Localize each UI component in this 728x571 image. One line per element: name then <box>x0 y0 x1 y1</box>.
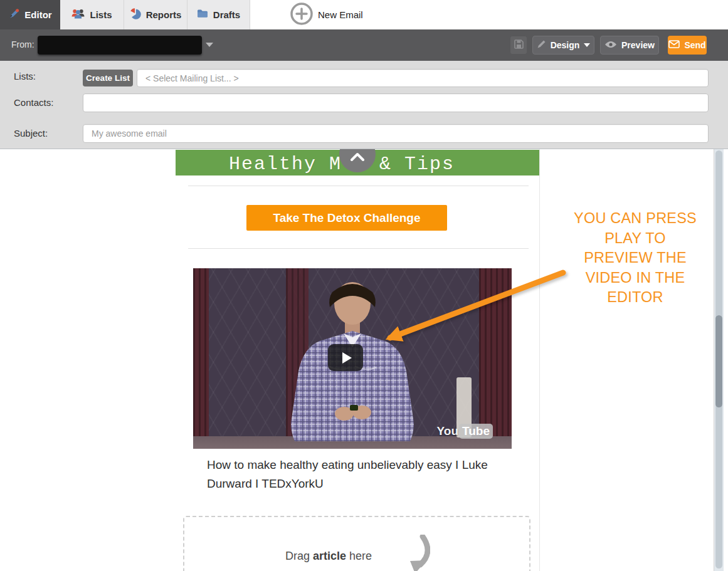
preview-button[interactable]: Preview <box>600 36 659 55</box>
tab-drafts-label: Drafts <box>213 9 240 20</box>
article-drop-zone[interactable]: Drag article here <box>183 516 530 571</box>
chevron-down-icon[interactable] <box>206 43 213 47</box>
envelope-icon <box>668 40 680 50</box>
pen-tool-icon <box>537 39 546 51</box>
new-email-button[interactable]: New Email <box>290 2 363 28</box>
tab-reports-label: Reports <box>146 9 182 20</box>
compose-form: Lists: Create List Contacts: Subject: <box>0 61 728 149</box>
tab-editor[interactable]: Editor <box>0 0 60 29</box>
save-button[interactable] <box>510 36 527 54</box>
scrollbar-track[interactable] <box>714 149 724 571</box>
youtube-logo: You Tube <box>437 424 493 439</box>
new-email-label: New Email <box>318 9 363 20</box>
stage-curtain <box>193 268 209 449</box>
youtube-logo-tube: Tube <box>459 424 493 439</box>
from-address-selector[interactable] <box>38 36 202 55</box>
divider <box>188 248 529 249</box>
drop-text-bold: article <box>313 550 346 562</box>
tab-lists-label: Lists <box>90 9 112 20</box>
folder-icon <box>197 9 208 21</box>
subject-label: Subject: <box>14 128 48 139</box>
app-window: Editor Lists Reports <box>0 0 728 571</box>
detox-challenge-button[interactable]: Take The Detox Challenge <box>246 205 447 231</box>
pie-chart-icon <box>130 8 141 22</box>
create-list-button[interactable]: Create List <box>83 70 133 86</box>
email-header-text-right: & Tips <box>379 154 455 175</box>
tab-editor-label: Editor <box>24 9 51 20</box>
people-icon <box>71 8 85 21</box>
mailing-list-input[interactable] <box>137 69 709 87</box>
email-header-text-left: Healthy M <box>229 154 342 175</box>
annotation-line: YOU CAN PRESS <box>560 209 710 229</box>
youtube-video-thumbnail[interactable]: You Tube <box>193 268 512 449</box>
preview-label: Preview <box>621 40 655 50</box>
play-icon <box>342 352 352 364</box>
chevron-down-icon <box>584 43 590 47</box>
floppy-disk-icon <box>514 39 524 51</box>
chevron-up-icon <box>350 152 365 161</box>
lists-label: Lists: <box>14 71 36 81</box>
design-label: Design <box>551 40 580 50</box>
annotation-line: VIDEO IN THE <box>560 268 710 288</box>
send-label: Send <box>684 40 705 50</box>
design-button[interactable]: Design <box>532 36 594 55</box>
contacts-label: Contacts: <box>14 97 53 108</box>
tab-lists[interactable]: Lists <box>60 0 124 29</box>
tab-reports[interactable]: Reports <box>124 0 187 29</box>
pencil-icon <box>8 8 19 22</box>
scrollbar-thumb[interactable] <box>715 315 722 407</box>
annotation-line: EDITOR <box>560 288 710 308</box>
drop-text-prefix: Drag <box>285 550 313 562</box>
editor-content-area: Healthy M & Tips Take The Detox Challeng… <box>0 149 728 571</box>
email-canvas: Healthy M & Tips Take The Detox Challeng… <box>176 149 540 571</box>
from-label: From: <box>11 39 34 50</box>
tutorial-annotation-text: YOU CAN PRESS PLAY TO PREVIEW THE VIDEO … <box>560 209 710 308</box>
drop-text-suffix: here <box>346 550 372 562</box>
annotation-line: PREVIEW THE <box>560 248 710 268</box>
contacts-input[interactable] <box>83 93 709 112</box>
video-caption[interactable]: How to make healthy eating unbelievably … <box>207 456 514 494</box>
stage-curtain <box>479 268 512 449</box>
divider <box>188 186 529 186</box>
tab-bar: Editor Lists Reports <box>0 0 728 29</box>
play-button[interactable] <box>328 344 363 371</box>
compose-toolbar: From: Design Preview Send <box>0 29 728 61</box>
annotation-line: PLAY TO <box>560 229 710 249</box>
eye-icon <box>604 40 617 50</box>
tab-drafts[interactable]: Drafts <box>187 0 250 29</box>
subject-input[interactable] <box>83 124 709 143</box>
youtube-logo-you: You <box>437 424 458 438</box>
send-button[interactable]: Send <box>668 36 707 55</box>
curved-arrow-icon <box>398 535 430 571</box>
plus-circle-icon <box>290 2 314 28</box>
